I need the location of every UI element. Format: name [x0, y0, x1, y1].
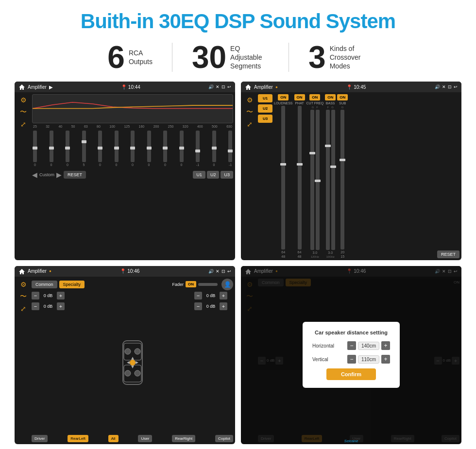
home-icon-3[interactable]	[18, 268, 25, 275]
eq-expand-icon[interactable]: ⤢	[20, 120, 26, 128]
screen-2-body: ⚙ 〜 ⤢ U1 U2 U3 ON LOUDNESS 64 4	[241, 92, 461, 260]
eq-u2-button[interactable]: U2	[207, 171, 220, 179]
amp-phat-value2: 48	[298, 255, 302, 258]
spk-all-button[interactable]: All	[108, 435, 119, 442]
amp-settings-icon[interactable]: ⚙	[247, 96, 253, 104]
spk-db-3: 0 dB	[204, 293, 218, 298]
amp-cutfreq-sublabel: G F	[312, 106, 318, 109]
dialog-horizontal-label: Horizontal	[312, 343, 334, 349]
amp-phat-col: ON PHAT 64 48	[294, 94, 305, 258]
spk-settings-icon[interactable]: ⚙	[20, 281, 27, 288]
amp-cutfreq-label: CUT FREQ	[306, 101, 324, 105]
dialog-vertical-controls: − 110cm +	[347, 355, 390, 364]
amp-bass-on[interactable]: ON	[325, 94, 336, 100]
amp-bass-col: ON BASS F G 3.0 100Hz	[325, 94, 336, 258]
amp-wave-icon[interactable]: 〜	[246, 108, 253, 116]
eq-prev-button[interactable]: ◀	[32, 171, 37, 179]
spk-plus-2[interactable]: +	[57, 302, 65, 310]
home-icon[interactable]	[18, 83, 25, 90]
stat-crossover: 3 Kinds ofCrossover Modes	[289, 42, 388, 73]
amp-loudness-value2: 48	[281, 255, 285, 258]
amp-expand-icon[interactable]: ⤢	[247, 120, 253, 128]
amp-phat-value: 64	[298, 250, 302, 254]
eq-slider-3: 0	[66, 131, 69, 166]
screen-3-body: ⚙ 〜 ⤢ Common Specialty Fader ON 👤	[15, 277, 235, 445]
amp-sub-on[interactable]: ON	[337, 94, 348, 100]
seicane-watermark: Seicane	[344, 439, 358, 443]
spk-minus-2[interactable]: −	[32, 302, 39, 310]
spk-plus-4[interactable]: +	[220, 302, 227, 310]
amp-u1-button[interactable]: U1	[258, 94, 272, 102]
amp-cutfreq-col: ON CUT FREQ G F 3.0 120Hz	[306, 94, 324, 258]
fader-slider[interactable]	[198, 283, 218, 286]
eq-slider-6: 0	[115, 131, 119, 166]
dialog-vertical-minus[interactable]: −	[347, 355, 356, 364]
spk-left-controls: − 0 dB + − 0 dB +	[32, 292, 70, 434]
amp-bass-value: 3.0	[328, 251, 333, 254]
eq-slider-2: 0	[50, 131, 53, 166]
amp-bass-sliders	[326, 110, 335, 250]
amp-controls-grid: ON LOUDNESS 64 48 ON PHAT 64 48	[274, 94, 436, 258]
spk-db-4: 0 dB	[204, 304, 218, 309]
spk-user-button[interactable]: User	[138, 435, 152, 442]
amp-sub-label: SUB	[339, 101, 346, 105]
spk-ctrl-3: − 0 dB +	[194, 292, 233, 299]
eq-reset-button[interactable]: RESET	[64, 171, 86, 179]
spk-minus-3[interactable]: −	[194, 292, 202, 299]
eq-slider-9: 0	[163, 131, 167, 166]
amp-loudness-on[interactable]: ON	[278, 94, 289, 100]
spk-expand-icon[interactable]: ⤢	[20, 305, 26, 313]
eq-u3-button[interactable]: U3	[221, 171, 233, 179]
stat-eq: 30 EQ AdjustableSegments	[172, 42, 289, 73]
dialog-horizontal-plus[interactable]: +	[381, 341, 390, 350]
spk-minus-1[interactable]: −	[32, 292, 39, 299]
spk-driver-button[interactable]: Driver	[32, 435, 48, 442]
record-icon-3: ●	[49, 269, 51, 273]
eq-settings-icon[interactable]: ⚙	[20, 96, 27, 104]
amp-u3-button[interactable]: U3	[258, 115, 272, 123]
amp-cutfreq-on[interactable]: ON	[309, 94, 320, 100]
spk-bottom-buttons: Driver RearLeft All User RearRight Copil…	[32, 435, 233, 442]
eq-slider-7: 0	[131, 131, 135, 166]
spk-plus-1[interactable]: +	[57, 292, 65, 299]
fader-on-button[interactable]: ON	[186, 281, 196, 287]
eq-slider-1: 0	[33, 131, 37, 166]
home-icon-2[interactable]	[245, 83, 252, 90]
status-bar-3: Amplifier ● 📍 10:46 🔊 ✕ ⊡ ↩	[15, 266, 235, 277]
user-icon[interactable]: 👤	[221, 279, 233, 290]
amp-presets: U1 U2 U3	[258, 94, 272, 258]
spk-ctrl-4: − 0 dB +	[194, 302, 233, 310]
eq-wave-icon[interactable]: 〜	[20, 108, 27, 116]
svg-marker-14	[127, 361, 130, 364]
eq-next-button[interactable]: ▶	[56, 171, 62, 179]
spk-wave-icon[interactable]: 〜	[20, 292, 27, 301]
spk-rearright-button[interactable]: RearRight	[172, 435, 195, 442]
spk-copilot-button[interactable]: Copilot	[215, 435, 233, 442]
eq-slider-13: -1	[228, 131, 232, 166]
eq-slider-5: 0	[98, 131, 102, 166]
amp-u2-button[interactable]: U2	[258, 104, 272, 113]
tab-common[interactable]: Common	[32, 281, 57, 288]
amp-loudness-label: LOUDNESS	[274, 101, 293, 105]
dialog-confirm-button[interactable]: Confirm	[326, 368, 376, 380]
status-time-3: 📍 10:46	[120, 268, 139, 274]
dialog-horizontal-controls: − 140cm +	[347, 341, 390, 350]
dialog-box: Car speaker distance setting Horizontal …	[303, 322, 400, 388]
stat-eq-number: 30	[192, 42, 226, 73]
spk-minus-4[interactable]: −	[194, 302, 202, 310]
close-icon-3: ✕	[216, 269, 220, 274]
amp-reset-button[interactable]: RESET	[437, 250, 459, 258]
spk-plus-3[interactable]: +	[220, 292, 227, 299]
back-icon: ↩	[227, 84, 231, 89]
eq-sliders-area: 0 0 0 5 0 0 0 0 0 0 -1 0 -1	[32, 130, 233, 168]
amp-phat-on[interactable]: ON	[294, 94, 305, 100]
dialog-vertical-plus[interactable]: +	[381, 355, 390, 364]
tab-specialty[interactable]: Specialty	[59, 281, 85, 288]
spk-rearleft-button[interactable]: RearLeft	[68, 435, 88, 442]
stat-rca-label: RCAOutputs	[129, 49, 153, 66]
eq-u1-button[interactable]: U1	[193, 171, 205, 179]
dialog-horizontal-minus[interactable]: −	[347, 341, 356, 350]
status-bar-1: Amplifier ▶ 📍 10:44 🔊 ✕ ⊡ ↩	[15, 82, 235, 92]
dialog-vertical-row: Vertical − 110cm +	[312, 355, 390, 364]
window-icon: ⊡	[221, 84, 225, 89]
